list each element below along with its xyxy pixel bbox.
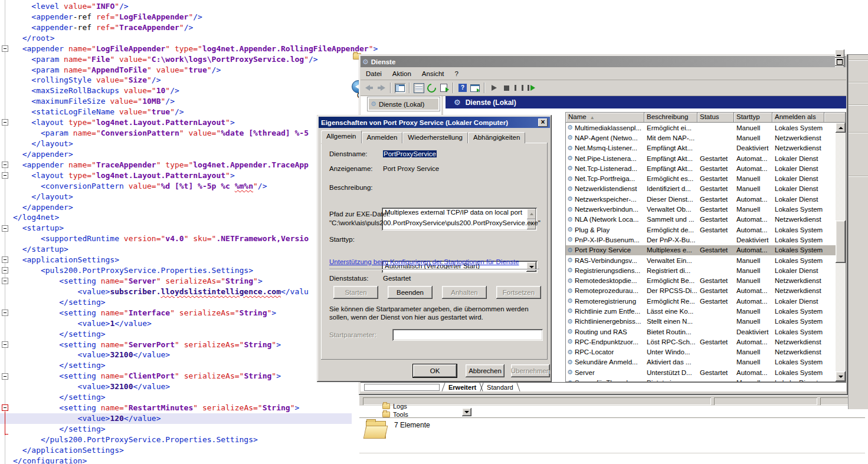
service-row[interactable]: ⚙NetzwerklistendienstIdentifiziert d...G… (566, 184, 836, 194)
service-row[interactable]: ⚙Routing und RASBietet Routin...Deaktivi… (566, 327, 836, 337)
service-gear-icon: ⚙ (567, 206, 573, 213)
chevron-down-icon[interactable] (526, 262, 536, 272)
scroll-up-icon[interactable] (836, 123, 846, 133)
xml-editor[interactable]: <level value="INFO"/> <appender-ref ref=… (0, 0, 359, 464)
column-header-status[interactable]: Status (697, 113, 734, 123)
service-row[interactable]: ⚙PnP-X-IP-Busenum...Der PnP-X-Bu...Deakt… (566, 235, 836, 245)
service-row[interactable]: ⚙RPC-Endpunktzuor...Löst RPC-Sch...Gesta… (566, 337, 836, 347)
service-cell: Automat... (734, 226, 772, 233)
folder-icon[interactable] (382, 412, 390, 417)
service-row[interactable]: ⚙Net.Msmq-Listener...Empfängt Akt...Deak… (566, 143, 836, 153)
service-row[interactable]: ⚙Sekundäre Anmeld...Aktiviert das ...Man… (566, 357, 836, 367)
restart-service-icon[interactable] (526, 83, 536, 93)
fold-toggle-icon[interactable] (2, 267, 8, 274)
view-tab-standard[interactable]: Standard (482, 384, 518, 391)
refresh-icon[interactable] (426, 83, 437, 93)
fold-toggle-icon[interactable] (2, 341, 8, 348)
tab-wiederherstellung[interactable]: Wiederherstellung (402, 132, 468, 143)
folder-icon[interactable] (382, 403, 390, 409)
service-gear-icon: ⚙ (567, 216, 573, 223)
properties-window-icon[interactable] (470, 83, 480, 93)
dialog-titlebar[interactable]: Eigenschaften von Port Proxy Service (Lo… (319, 117, 550, 128)
view-tab-erweitert[interactable]: Erweitert (444, 384, 481, 391)
minimize-icon[interactable] (835, 50, 844, 58)
back-icon[interactable] (363, 83, 374, 93)
fold-toggle-icon[interactable] (2, 119, 8, 126)
console-tree-tab[interactable]: ⚙ Dienste (Lokal) (367, 97, 440, 111)
startparameter-input[interactable] (392, 329, 543, 341)
start-service-icon[interactable] (489, 83, 499, 93)
service-name-cell: ⚙RAS-Verbindungsv... (566, 256, 644, 264)
list-icon[interactable] (414, 83, 424, 93)
menu-item-aktion[interactable]: Aktion (387, 68, 417, 79)
help-icon[interactable] (457, 83, 468, 93)
uebernehmen-button[interactable]: Übernehmen (511, 364, 550, 377)
service-row[interactable]: ⚙Net.Tcp-Listenerad...Empfängt Akt...Ges… (566, 163, 836, 173)
service-row[interactable]: ⚙Plug & PlayErmöglicht de...GestartetAut… (566, 225, 836, 235)
menu-item-datei[interactable]: Datei (361, 68, 387, 79)
fold-toggle-icon[interactable] (2, 162, 8, 168)
tab-anmelden[interactable]: Anmelden (362, 132, 403, 143)
scroll-down-icon[interactable] (836, 371, 846, 381)
forward-icon[interactable] (376, 83, 386, 93)
column-header-starttyp[interactable]: Starttyp (734, 113, 772, 123)
tree-item-dienste-lokal[interactable]: ⚙ Dienste (Lokal) (369, 98, 438, 110)
menu-item-help[interactable]: ? (450, 68, 464, 79)
service-row[interactable]: ⚙Multimediaklassenpl...Ermöglicht ei...M… (566, 123, 836, 133)
fortsetzen-button[interactable]: Fortsetzen (496, 286, 541, 299)
explorer-combo-dropdown-icon[interactable] (462, 408, 471, 416)
menu-item-ansicht[interactable]: Ansicht (417, 68, 450, 79)
ok-button[interactable]: OK (413, 364, 457, 377)
fold-toggle-icon[interactable] (2, 172, 8, 179)
fold-toggle-icon[interactable] (2, 404, 8, 411)
service-row[interactable]: ⚙RAS-Verbindungsv...Verwaltet Ein...Manu… (566, 255, 836, 265)
scroll-up-icon[interactable] (527, 209, 536, 219)
maximize-icon[interactable] (835, 58, 844, 66)
tab-abhängigkeiten[interactable]: Abhängigkeiten (468, 132, 525, 143)
starten-button[interactable]: Starten (333, 286, 378, 299)
service-row[interactable]: ⚙Netzwerkspeicher-...Dieser Dienst...Ges… (566, 194, 836, 204)
service-row[interactable]: ⚙Richtlinienergebniss...Stellt einen N..… (566, 317, 836, 327)
service-row[interactable]: ⚙Net.Pipe-Listenera...Empfängt Akt...Ges… (566, 153, 836, 163)
service-row[interactable]: ⚙Server für Threads...Bietet eine n...Ma… (566, 377, 836, 381)
service-row[interactable]: ⚙RemoteregistrierungErmöglicht Re...Gest… (566, 296, 836, 306)
dialog-title: Eigenschaften von Port Proxy Service (Lo… (321, 119, 508, 126)
service-row[interactable]: ⚙Port Proxy ServiceMultiplexes e...Gesta… (566, 245, 836, 255)
fold-toggle-icon[interactable] (2, 45, 8, 52)
service-row[interactable]: ⚙Richtlinie zum Entfe...Lässt eine Ko...… (566, 306, 836, 316)
service-row[interactable]: ⚙Net.Tcp-Portfreiga...Ermöglicht es...Ge… (566, 173, 836, 183)
dialog-close-icon[interactable] (538, 119, 548, 127)
beenden-button[interactable]: Beenden (388, 286, 433, 299)
service-row[interactable]: ⚙RPC-LocatorUnter Windo...ManuellNetzwer… (566, 347, 836, 357)
scrollbar-thumb[interactable] (836, 221, 846, 263)
startoptions-help-link[interactable]: Unterstützung beim Konfigurieren der Sta… (329, 258, 519, 265)
service-row[interactable]: ⚙ServerUnterstützt D...GestartetAutomat.… (566, 367, 836, 377)
fold-toggle-icon[interactable] (2, 225, 8, 232)
services-window-title: Dienste (371, 58, 396, 65)
export-list-icon[interactable] (438, 83, 449, 93)
service-row[interactable]: ⚙NAP-Agent (Netwo...Mit dem NAP-...Manue… (566, 133, 836, 143)
service-row[interactable]: ⚙Remoteprozedurau...Der RPCSS-Di...Gesta… (566, 286, 836, 296)
service-row[interactable]: ⚙Remotedesktopdie...Ermöglicht Be...Gest… (566, 275, 836, 285)
services-titlebar[interactable]: ⚙ Dienste (361, 56, 846, 67)
service-cell: Sammelt und ... (644, 216, 697, 223)
service-row[interactable]: ⚙NLA (Network Loca...Sammelt und ...Gest… (566, 215, 836, 225)
fold-toggle-icon[interactable] (2, 373, 8, 380)
fold-toggle-icon[interactable] (2, 278, 8, 284)
column-header-beschreibung[interactable]: Beschreibung (644, 113, 697, 123)
stop-service-icon[interactable] (501, 83, 512, 93)
show-tree-icon[interactable] (395, 83, 405, 93)
anhalten-button[interactable]: Anhalten (442, 286, 487, 299)
service-name-cell: ⚙Server (566, 368, 644, 376)
services-scrollbar[interactable] (836, 123, 846, 381)
abbrechen-button[interactable]: Abbrechen (466, 364, 505, 377)
fold-toggle-icon[interactable] (2, 310, 8, 316)
background-window-strip (848, 54, 868, 409)
service-row[interactable]: ⚙Registrierungsdiens...Registriert di...… (566, 265, 836, 275)
tab-allgemein[interactable]: Allgemein (321, 130, 362, 143)
column-header-anmelden-als[interactable]: Anmelden als (772, 113, 824, 123)
fold-toggle-icon[interactable] (2, 256, 8, 263)
service-row[interactable]: ⚙Netzwerkverbindun...Verwaltet Ob...Gest… (566, 204, 836, 214)
pause-service-icon[interactable] (513, 83, 524, 93)
column-header-name[interactable]: Name▲ (566, 113, 644, 123)
